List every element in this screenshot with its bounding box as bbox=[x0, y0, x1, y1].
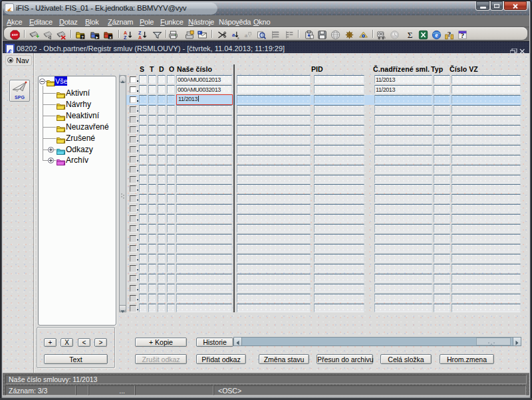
svg-text:Z: Z bbox=[124, 35, 127, 40]
svg-text:A: A bbox=[138, 35, 142, 40]
svg-text:a: a bbox=[237, 36, 239, 40]
svg-text:A: A bbox=[124, 31, 127, 35]
svg-text:Z: Z bbox=[138, 31, 142, 35]
svg-text:a: a bbox=[232, 31, 235, 38]
svg-text:?: ? bbox=[81, 35, 84, 39]
svg-text:+: + bbox=[36, 33, 39, 40]
svg-text:Σ: Σ bbox=[408, 30, 413, 40]
svg-text:a: a bbox=[245, 32, 248, 39]
svg-text:?: ? bbox=[461, 32, 464, 39]
svg-text:100%: 100% bbox=[392, 35, 398, 38]
svg-text:e: e bbox=[435, 31, 438, 39]
svg-text:EXIT: EXIT bbox=[12, 33, 19, 37]
svg-text:?: ? bbox=[448, 30, 451, 38]
